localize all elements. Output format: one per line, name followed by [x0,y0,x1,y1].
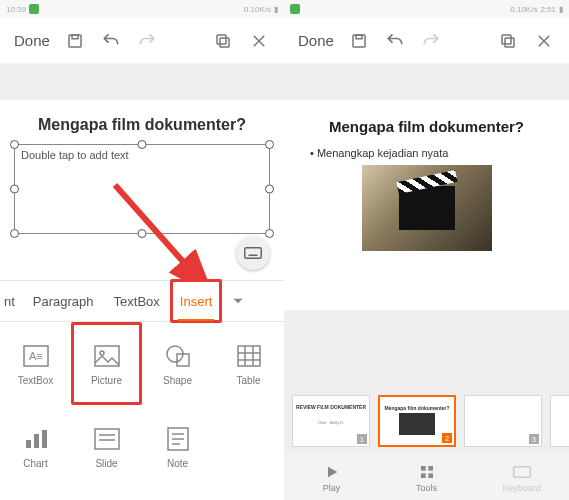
tab-paragraph[interactable]: Paragraph [23,281,104,321]
tool-picture[interactable]: Picture [71,322,142,405]
done-button[interactable]: Done [8,26,56,55]
resize-handle[interactable] [10,185,19,194]
svg-point-14 [100,351,104,355]
thumbnail-3[interactable]: 3 [464,395,542,447]
svg-rect-24 [42,430,47,448]
svg-rect-34 [505,38,514,47]
svg-rect-23 [34,434,39,448]
slide-number: 2 [442,433,452,443]
resize-handle[interactable] [265,140,274,149]
resize-handle[interactable] [265,185,274,194]
tool-shape[interactable]: Shape [142,322,213,405]
svg-text:A≡: A≡ [29,350,43,362]
slide-icon [92,424,122,454]
nav-tools[interactable]: Tools [379,454,474,500]
app-indicator-icon [29,4,39,14]
battery-icon: ▮ [559,5,563,14]
slide-title[interactable]: Mengapa film dokumenter? [10,110,274,138]
save-icon[interactable] [58,24,92,58]
slide-title: Mengapa film dokumenter? [306,118,547,147]
close-icon[interactable] [527,24,561,58]
undo-icon[interactable] [378,24,412,58]
nav-keyboard[interactable]: Keyboard [474,454,569,500]
svg-rect-1 [72,35,78,39]
status-bar: 0.10K/s2:51▮ [284,0,569,18]
slide-canvas[interactable]: Mengapa film dokumenter? • Menangkap kej… [284,100,569,310]
gray-band [0,64,284,100]
svg-rect-33 [356,35,362,39]
copy-icon[interactable] [206,24,240,58]
svg-rect-0 [69,35,81,47]
keyboard-fab[interactable] [236,236,270,270]
note-icon [163,424,193,454]
close-icon[interactable] [242,24,276,58]
nav-play[interactable]: Play [284,454,379,500]
status-time: 10:39 [6,5,26,14]
tab-textbox[interactable]: TextBox [104,281,170,321]
slide-number: 3 [529,434,539,444]
top-toolbar: Done [0,18,284,64]
bullet-text: • Menangkap kejadian nyata [306,147,547,159]
redo-icon[interactable] [414,24,448,58]
shape-icon [163,341,193,371]
tool-textbox[interactable]: A≡ TextBox [0,322,71,405]
undo-icon[interactable] [94,24,128,58]
tab-bar: nt Paragraph TextBox Insert [0,280,284,322]
done-button[interactable]: Done [292,26,340,55]
tool-note[interactable]: Note [142,405,213,488]
bottom-nav: Play Tools Keyboard [284,454,569,500]
phone-right: 0.10K/s2:51▮ Done Mengapa film dokumente… [284,0,569,500]
status-time: 2:51 [540,5,556,14]
resize-handle[interactable] [138,140,147,149]
redo-icon[interactable] [130,24,164,58]
status-bar: 10:39 0.10K/s▮ [0,0,284,18]
clapperboard-icon [399,186,455,230]
resize-handle[interactable] [138,229,147,238]
insert-tool-grid: A≡ TextBox Picture Shape Table Chart Sli… [0,322,284,488]
svg-rect-17 [238,346,260,366]
picture-icon [92,341,122,371]
svg-rect-40 [513,466,530,477]
inserted-image[interactable] [362,165,492,251]
textbox-placeholder: Double tap to add text [21,149,129,161]
svg-rect-3 [217,35,226,44]
slide-thumbnails: REVIEW FILM DOKUMENTER Oleh : Molly D. 1… [284,388,569,454]
thumbnail-4[interactable] [550,395,569,447]
resize-handle[interactable] [10,140,19,149]
battery-icon: ▮ [274,5,278,14]
content-textbox[interactable]: Double tap to add text [14,144,270,234]
status-net: 0.10K/s [244,5,271,14]
svg-rect-36 [421,466,426,471]
copy-icon[interactable] [491,24,525,58]
svg-rect-38 [421,473,426,478]
svg-rect-22 [26,440,31,448]
tools-icon [417,462,437,482]
slide-area: Mengapa film dokumenter? • Menangkap kej… [284,64,569,388]
tab-expand-icon[interactable] [222,294,254,308]
top-toolbar: Done [284,18,569,64]
thumbnail-1[interactable]: REVIEW FILM DOKUMENTER Oleh : Molly D. 1 [292,395,370,447]
svg-rect-39 [428,473,433,478]
svg-rect-4 [245,248,262,259]
chart-icon [21,424,51,454]
tool-table[interactable]: Table [213,322,284,405]
table-icon [234,341,264,371]
gray-band [284,64,569,100]
resize-handle[interactable] [265,229,274,238]
keyboard-icon [512,462,532,482]
resize-handle[interactable] [10,229,19,238]
svg-rect-2 [220,38,229,47]
svg-rect-32 [353,35,365,47]
phone-left: 10:39 0.10K/s▮ Done Mengapa film dokumen… [0,0,284,500]
svg-rect-37 [428,466,433,471]
tab-font[interactable]: nt [0,281,23,321]
tool-chart[interactable]: Chart [0,405,71,488]
tab-insert[interactable]: Insert [170,281,223,321]
svg-rect-13 [95,346,119,366]
save-icon[interactable] [342,24,376,58]
svg-rect-35 [502,35,511,44]
slide-editor[interactable]: Mengapa film dokumenter? Double tap to a… [0,100,284,280]
thumbnail-2[interactable]: Mengapa film dokumenter? 2 [378,395,456,447]
tool-slide[interactable]: Slide [71,405,142,488]
slide-number: 1 [357,434,367,444]
